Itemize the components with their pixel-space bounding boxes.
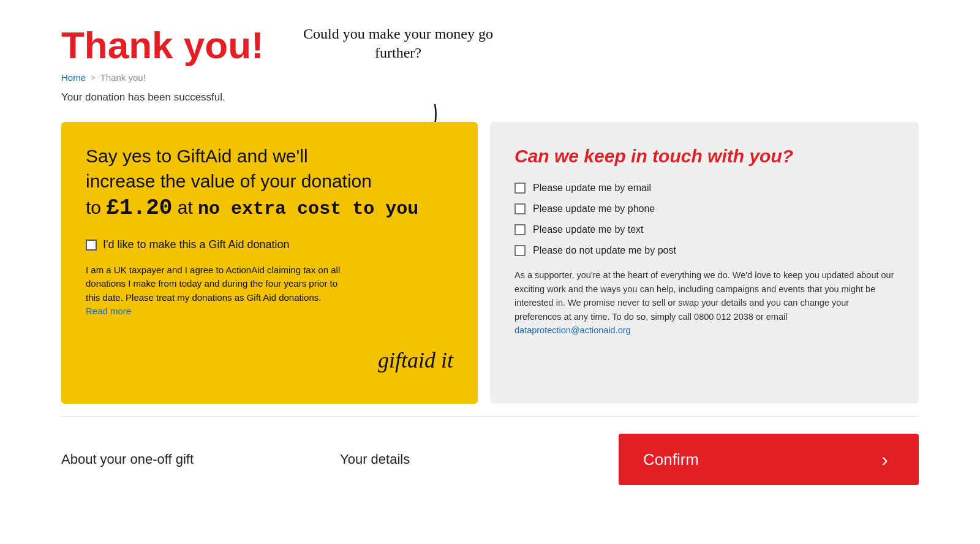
breadcrumb-separator: > <box>91 73 96 82</box>
confirm-arrow-icon: › <box>881 448 888 471</box>
email-option: Please update me by email <box>514 183 894 194</box>
bottom-bar: About your one-off gift Your details Con… <box>61 416 919 485</box>
breadcrumb-current: Thank you! <box>100 72 146 83</box>
confirm-button-label: Confirm <box>643 450 699 469</box>
giftaid-heading-text2: at <box>172 197 198 217</box>
dataprotection-email-link[interactable]: dataprotection@actionaid.org <box>514 325 631 335</box>
email-label: Please update me by email <box>533 183 651 194</box>
email-checkbox[interactable] <box>514 183 526 194</box>
confirm-button[interactable]: Confirm › <box>619 434 919 485</box>
donation-success-message: Your donation has been successful. <box>61 91 919 104</box>
giftaid-no-extra: no extra cost to you <box>198 198 418 219</box>
text-option: Please update me by text <box>514 224 894 235</box>
giftaid-declaration-text: I am a UK taxpayer and I agree to Action… <box>86 265 340 303</box>
text-checkbox[interactable] <box>514 224 526 235</box>
read-more-link[interactable]: Read more <box>86 306 131 316</box>
post-label: Please do not update me by post <box>533 245 676 256</box>
about-gift-label: About your one-off gift <box>61 451 340 467</box>
post-checkbox[interactable] <box>514 245 526 256</box>
phone-label: Please update me by phone <box>533 203 655 214</box>
keep-in-touch-heading: Can we keep in touch with you? <box>514 144 894 168</box>
breadcrumb: Home > Thank you! <box>61 72 919 83</box>
main-content-columns: Say yes to GiftAid and we'llincrease the… <box>61 122 919 404</box>
giftaid-checkbox-label: I'd like to make this a Gift Aid donatio… <box>103 238 290 251</box>
breadcrumb-home-link[interactable]: Home <box>61 72 86 83</box>
keep-in-touch-box: Can we keep in touch with you? Please up… <box>490 122 919 404</box>
your-details-label: Your details <box>340 451 619 467</box>
giftaid-box: Say yes to GiftAid and we'llincrease the… <box>61 122 478 404</box>
post-option: Please do not update me by post <box>514 245 894 256</box>
phone-checkbox[interactable] <box>514 203 526 214</box>
giftaid-declaration: I am a UK taxpayer and I agree to Action… <box>86 263 343 319</box>
page-title: Thank you! <box>61 25 919 66</box>
phone-option: Please update me by phone <box>514 203 894 214</box>
giftaid-logo: giftaid it <box>378 347 453 373</box>
giftaid-amount: £1.20 <box>106 195 172 221</box>
touch-description-text: As a supporter, you're at the heart of e… <box>514 270 894 321</box>
giftaid-checkbox-row: I'd like to make this a Gift Aid donatio… <box>86 238 453 251</box>
touch-description: As a supporter, you're at the heart of e… <box>514 268 894 337</box>
text-label: Please update me by text <box>533 224 644 235</box>
giftaid-heading: Say yes to GiftAid and we'llincrease the… <box>86 144 453 224</box>
giftaid-checkbox[interactable] <box>86 240 97 251</box>
